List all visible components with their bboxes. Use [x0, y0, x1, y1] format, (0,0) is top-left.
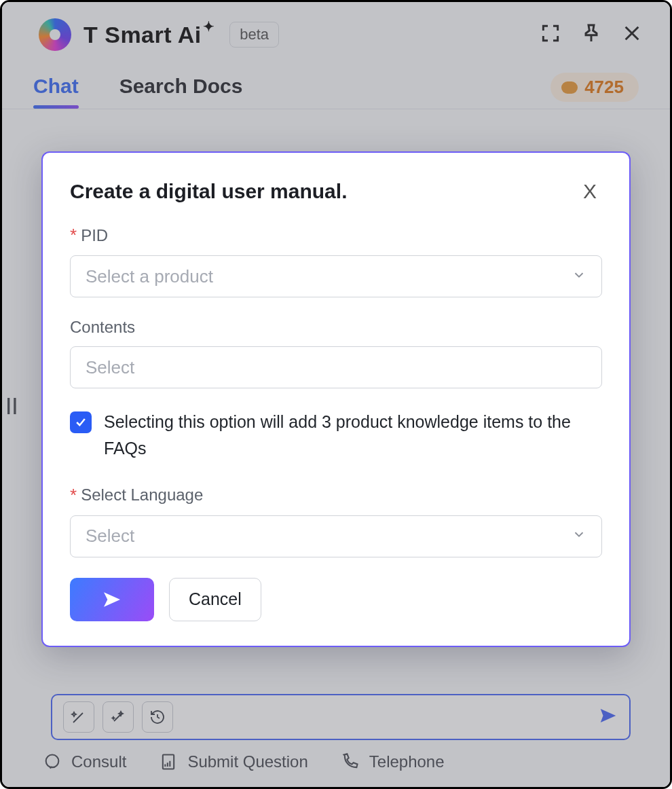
contents-select[interactable]: Select: [70, 346, 602, 388]
faq-checkbox[interactable]: [70, 411, 92, 433]
modal-close-button[interactable]: X: [578, 177, 602, 206]
chevron-down-icon: [572, 526, 586, 547]
required-asterisk: *: [70, 485, 77, 506]
contents-label: Contents: [70, 318, 602, 337]
cancel-button[interactable]: Cancel: [169, 578, 261, 621]
language-label-text: Select Language: [81, 485, 203, 504]
language-placeholder: Select: [86, 526, 134, 547]
submit-button[interactable]: [70, 578, 154, 621]
pid-label: * PID: [70, 225, 602, 246]
create-manual-modal: Create a digital user manual. X * PID Se…: [41, 151, 631, 647]
language-select[interactable]: Select: [70, 515, 602, 557]
required-asterisk: *: [70, 225, 77, 246]
pid-placeholder: Select a product: [86, 266, 213, 287]
pid-select[interactable]: Select a product: [70, 255, 602, 297]
modal-title: Create a digital user manual.: [70, 180, 347, 203]
language-label: * Select Language: [70, 485, 602, 506]
chevron-down-icon: [572, 266, 586, 287]
contents-label-text: Contents: [70, 318, 135, 337]
pid-label-text: PID: [81, 226, 108, 245]
contents-placeholder: Select: [86, 357, 134, 378]
faq-checkbox-label: Selecting this option will add 3 product…: [104, 409, 602, 462]
paper-plane-icon: [101, 589, 123, 610]
